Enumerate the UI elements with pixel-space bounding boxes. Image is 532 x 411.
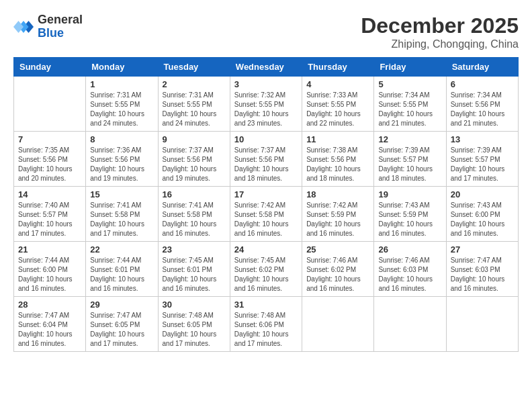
- calendar-cell: [302, 297, 374, 352]
- day-info: Sunrise: 7:37 AM Sunset: 5:56 PM Dayligh…: [234, 146, 298, 183]
- title-section: December 2025 Zhiping, Chongqing, China: [361, 13, 519, 50]
- day-info: Sunrise: 7:47 AM Sunset: 6:05 PM Dayligh…: [90, 311, 153, 349]
- col-sunday: Sunday: [14, 58, 86, 77]
- calendar-cell: 22Sunrise: 7:44 AM Sunset: 6:01 PM Dayli…: [86, 242, 158, 297]
- day-number: 26: [378, 244, 441, 255]
- day-info: Sunrise: 7:45 AM Sunset: 6:01 PM Dayligh…: [163, 256, 226, 293]
- day-number: 17: [234, 189, 298, 199]
- calendar-cell: [14, 77, 86, 132]
- calendar-cell: 15Sunrise: 7:41 AM Sunset: 5:58 PM Dayli…: [86, 187, 158, 242]
- day-number: 10: [234, 134, 298, 144]
- day-number: 21: [18, 244, 81, 255]
- calendar-cell: 30Sunrise: 7:48 AM Sunset: 6:05 PM Dayli…: [158, 297, 230, 352]
- day-info: Sunrise: 7:38 AM Sunset: 5:56 PM Dayligh…: [306, 146, 369, 183]
- day-number: 25: [306, 244, 369, 255]
- day-number: 9: [163, 134, 226, 144]
- logo-blue-text: Blue: [38, 27, 83, 40]
- col-friday: Friday: [374, 58, 446, 77]
- day-info: Sunrise: 7:41 AM Sunset: 5:58 PM Dayligh…: [163, 201, 226, 238]
- col-tuesday: Tuesday: [158, 58, 230, 77]
- calendar-cell: 11Sunrise: 7:38 AM Sunset: 5:56 PM Dayli…: [302, 132, 374, 187]
- day-info: Sunrise: 7:37 AM Sunset: 5:56 PM Dayligh…: [163, 146, 226, 183]
- day-info: Sunrise: 7:42 AM Sunset: 5:58 PM Dayligh…: [234, 201, 298, 238]
- calendar-cell: 10Sunrise: 7:37 AM Sunset: 5:56 PM Dayli…: [230, 132, 302, 187]
- calendar-week-row-3: 14Sunrise: 7:40 AM Sunset: 5:57 PM Dayli…: [14, 187, 519, 242]
- calendar-cell: 29Sunrise: 7:47 AM Sunset: 6:05 PM Dayli…: [86, 297, 158, 352]
- day-info: Sunrise: 7:47 AM Sunset: 6:03 PM Dayligh…: [451, 256, 514, 293]
- month-title: December 2025: [361, 13, 519, 38]
- day-info: Sunrise: 7:47 AM Sunset: 6:04 PM Dayligh…: [18, 311, 81, 349]
- day-number: 1: [90, 79, 153, 89]
- day-info: Sunrise: 7:36 AM Sunset: 5:56 PM Dayligh…: [90, 146, 153, 183]
- day-info: Sunrise: 7:45 AM Sunset: 6:02 PM Dayligh…: [234, 256, 298, 293]
- calendar-cell: 25Sunrise: 7:46 AM Sunset: 6:02 PM Dayli…: [302, 242, 374, 297]
- calendar-cell: 17Sunrise: 7:42 AM Sunset: 5:58 PM Dayli…: [230, 187, 302, 242]
- calendar-cell: 8Sunrise: 7:36 AM Sunset: 5:56 PM Daylig…: [86, 132, 158, 187]
- calendar-cell: [374, 297, 446, 352]
- location-title: Zhiping, Chongqing, China: [361, 38, 519, 50]
- day-info: Sunrise: 7:32 AM Sunset: 5:55 PM Dayligh…: [234, 91, 298, 128]
- calendar-cell: 18Sunrise: 7:42 AM Sunset: 5:59 PM Dayli…: [302, 187, 374, 242]
- calendar-cell: 9Sunrise: 7:37 AM Sunset: 5:56 PM Daylig…: [158, 132, 230, 187]
- day-number: 6: [451, 79, 514, 89]
- day-info: Sunrise: 7:48 AM Sunset: 6:06 PM Dayligh…: [234, 311, 298, 349]
- calendar-cell: 6Sunrise: 7:34 AM Sunset: 5:56 PM Daylig…: [446, 77, 518, 132]
- day-info: Sunrise: 7:35 AM Sunset: 5:56 PM Dayligh…: [18, 146, 81, 183]
- day-info: Sunrise: 7:44 AM Sunset: 6:01 PM Dayligh…: [90, 256, 153, 293]
- col-saturday: Saturday: [446, 58, 518, 77]
- day-number: 18: [306, 189, 369, 199]
- calendar-cell: 1Sunrise: 7:31 AM Sunset: 5:55 PM Daylig…: [86, 77, 158, 132]
- calendar-week-row-2: 7Sunrise: 7:35 AM Sunset: 5:56 PM Daylig…: [14, 132, 519, 187]
- logo-icon: [13, 17, 34, 37]
- day-info: Sunrise: 7:48 AM Sunset: 6:05 PM Dayligh…: [163, 311, 226, 349]
- day-number: 30: [163, 300, 226, 310]
- day-info: Sunrise: 7:34 AM Sunset: 5:55 PM Dayligh…: [378, 91, 441, 128]
- day-number: 29: [90, 300, 153, 310]
- day-number: 4: [306, 79, 369, 89]
- calendar-cell: 20Sunrise: 7:43 AM Sunset: 6:00 PM Dayli…: [446, 187, 518, 242]
- day-number: 28: [18, 300, 81, 310]
- day-number: 14: [18, 189, 81, 199]
- calendar-cell: 21Sunrise: 7:44 AM Sunset: 6:00 PM Dayli…: [14, 242, 86, 297]
- calendar-cell: 5Sunrise: 7:34 AM Sunset: 5:55 PM Daylig…: [374, 77, 446, 132]
- day-number: 11: [306, 134, 369, 144]
- col-wednesday: Wednesday: [230, 58, 302, 77]
- day-number: 20: [451, 189, 514, 199]
- calendar-cell: 2Sunrise: 7:31 AM Sunset: 5:55 PM Daylig…: [158, 77, 230, 132]
- calendar-cell: 19Sunrise: 7:43 AM Sunset: 5:59 PM Dayli…: [374, 187, 446, 242]
- calendar-table: Sunday Monday Tuesday Wednesday Thursday…: [13, 57, 519, 352]
- day-number: 7: [18, 134, 81, 144]
- day-number: 15: [90, 189, 153, 199]
- day-info: Sunrise: 7:43 AM Sunset: 5:59 PM Dayligh…: [378, 201, 441, 238]
- logo-text: General Blue: [38, 13, 83, 40]
- calendar-cell: 13Sunrise: 7:39 AM Sunset: 5:57 PM Dayli…: [446, 132, 518, 187]
- day-info: Sunrise: 7:40 AM Sunset: 5:57 PM Dayligh…: [18, 201, 81, 238]
- day-info: Sunrise: 7:46 AM Sunset: 6:03 PM Dayligh…: [378, 256, 441, 293]
- day-number: 24: [234, 244, 298, 255]
- calendar-cell: [446, 297, 518, 352]
- day-number: 3: [234, 79, 298, 89]
- day-number: 5: [378, 79, 441, 89]
- day-number: 16: [163, 189, 226, 199]
- page: General Blue December 2025 Zhiping, Chon…: [0, 0, 532, 359]
- day-number: 13: [451, 134, 514, 144]
- day-info: Sunrise: 7:43 AM Sunset: 6:00 PM Dayligh…: [451, 201, 514, 238]
- day-info: Sunrise: 7:39 AM Sunset: 5:57 PM Dayligh…: [378, 146, 441, 183]
- day-number: 27: [451, 244, 514, 255]
- day-info: Sunrise: 7:34 AM Sunset: 5:56 PM Dayligh…: [451, 91, 514, 128]
- calendar-week-row-1: 1Sunrise: 7:31 AM Sunset: 5:55 PM Daylig…: [14, 77, 519, 132]
- day-number: 12: [378, 134, 441, 144]
- day-info: Sunrise: 7:44 AM Sunset: 6:00 PM Dayligh…: [18, 256, 81, 293]
- calendar-header-row: Sunday Monday Tuesday Wednesday Thursday…: [14, 58, 519, 77]
- day-info: Sunrise: 7:31 AM Sunset: 5:55 PM Dayligh…: [90, 91, 153, 128]
- day-info: Sunrise: 7:41 AM Sunset: 5:58 PM Dayligh…: [90, 201, 153, 238]
- calendar-cell: 27Sunrise: 7:47 AM Sunset: 6:03 PM Dayli…: [446, 242, 518, 297]
- day-number: 19: [378, 189, 441, 199]
- day-number: 31: [234, 300, 298, 310]
- calendar-cell: 23Sunrise: 7:45 AM Sunset: 6:01 PM Dayli…: [158, 242, 230, 297]
- calendar-cell: 16Sunrise: 7:41 AM Sunset: 5:58 PM Dayli…: [158, 187, 230, 242]
- calendar-cell: 12Sunrise: 7:39 AM Sunset: 5:57 PM Dayli…: [374, 132, 446, 187]
- logo: General Blue: [13, 13, 83, 40]
- day-number: 22: [90, 244, 153, 255]
- calendar-week-row-5: 28Sunrise: 7:47 AM Sunset: 6:04 PM Dayli…: [14, 297, 519, 352]
